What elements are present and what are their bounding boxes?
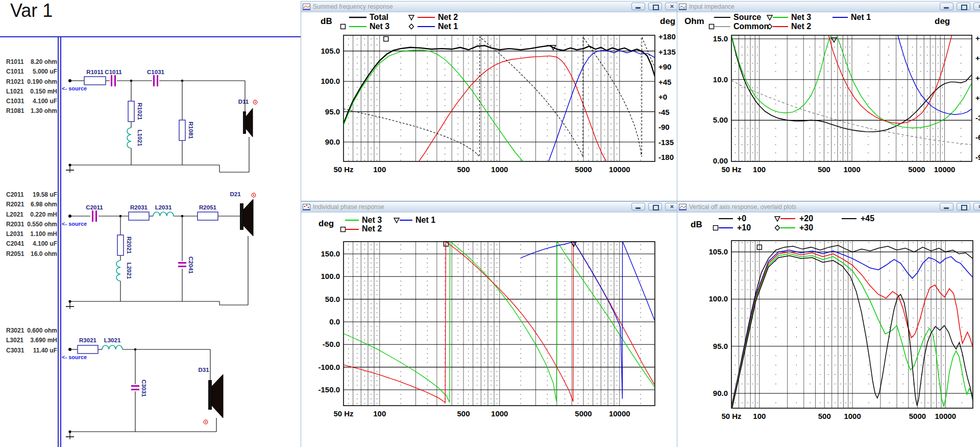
plot-individual-phase-response: 150.0100.050.00.0-50.0-100.0-150.050 Hz1… bbox=[301, 202, 680, 447]
titlebar[interactable]: Vertical off axis response, overlaid plo… bbox=[677, 202, 980, 213]
svg-text:500: 500 bbox=[818, 412, 831, 420]
svg-text:0.00: 0.00 bbox=[713, 156, 728, 165]
grid bbox=[344, 242, 655, 406]
legend-label: Net 2 bbox=[438, 13, 458, 21]
svg-text:100: 100 bbox=[753, 412, 766, 420]
minimize-button[interactable] bbox=[940, 3, 953, 10]
svg-text:95.0: 95.0 bbox=[325, 107, 340, 116]
legend: dBdegTotalNet 2Net 3Net 1 bbox=[321, 13, 675, 31]
schematic-label: R2051 bbox=[199, 204, 216, 210]
svg-text:100.0: 100.0 bbox=[708, 294, 728, 303]
svg-text:90.0: 90.0 bbox=[325, 137, 340, 146]
svg-text:+45: +45 bbox=[658, 78, 671, 86]
schematic-label: L2021 bbox=[126, 263, 132, 279]
svg-text:1000: 1000 bbox=[491, 165, 508, 174]
titlebar[interactable]: Summed frequency response ✕ bbox=[301, 2, 680, 12]
svg-text:1000: 1000 bbox=[843, 165, 860, 174]
restore-button[interactable] bbox=[957, 3, 970, 10]
svg-text:15.0: 15.0 bbox=[713, 34, 728, 43]
svg-text:10000: 10000 bbox=[934, 165, 955, 174]
schematic-label: L2031 bbox=[155, 204, 172, 210]
svg-text:-100.0: -100.0 bbox=[318, 363, 340, 371]
svg-text:10000: 10000 bbox=[609, 409, 630, 418]
titlebar[interactable]: Individual phase response ✕ bbox=[301, 202, 680, 213]
window-title: Individual phase response bbox=[313, 203, 384, 210]
schematic-label: L3021 bbox=[104, 337, 121, 343]
svg-text:-180: -180 bbox=[658, 153, 674, 161]
svg-text:500: 500 bbox=[457, 165, 470, 174]
svg-text:deg: deg bbox=[660, 16, 675, 26]
schematic-label: D31 bbox=[198, 367, 209, 373]
schematic-label: C2011 bbox=[86, 204, 103, 210]
legend-label: Total bbox=[370, 13, 388, 21]
schematic-label: <- source bbox=[62, 85, 87, 91]
close-button[interactable]: ✕ bbox=[973, 203, 980, 210]
chart-icon bbox=[679, 203, 687, 210]
legend-label: Net 3 bbox=[370, 22, 389, 31]
svg-text:50.0: 50.0 bbox=[325, 295, 340, 303]
legend-label: +10 bbox=[737, 223, 751, 232]
svg-text:90.0: 90.0 bbox=[713, 389, 728, 397]
svg-text:-60: -60 bbox=[975, 133, 980, 142]
svg-text:-45: -45 bbox=[658, 108, 670, 116]
svg-text:+30: +30 bbox=[975, 74, 980, 82]
svg-text:0.0: 0.0 bbox=[329, 317, 340, 326]
chart-icon bbox=[303, 203, 310, 210]
svg-text:-30: -30 bbox=[975, 113, 980, 122]
schematic-label: R2021 bbox=[126, 237, 132, 254]
legend: OhmdegSourceNet 3Net 1CommonNet 2 bbox=[684, 13, 950, 31]
svg-text:-150.0: -150.0 bbox=[318, 385, 340, 394]
svg-text:-50.0: -50.0 bbox=[323, 340, 340, 348]
minimize-button[interactable] bbox=[940, 203, 953, 210]
restore-button[interactable] bbox=[648, 3, 662, 10]
svg-text:+90: +90 bbox=[658, 62, 671, 71]
svg-text:5000: 5000 bbox=[575, 409, 592, 418]
legend-label: Net 2 bbox=[791, 22, 811, 31]
svg-text:-90: -90 bbox=[975, 153, 980, 161]
minimize-button[interactable] bbox=[631, 3, 645, 10]
window-summed-frequency-response: 105.0100.095.090.0+180+135+90+45+0-45-90… bbox=[301, 1, 680, 201]
legend-label: +20 bbox=[799, 214, 813, 223]
crossover-schematic: R1011C1011C1031<- sourceR1021L1021R1081D… bbox=[0, 0, 311, 447]
legend-label: Net 1 bbox=[851, 13, 871, 21]
svg-text:dB: dB bbox=[691, 220, 702, 229]
series-Net 1 bbox=[521, 241, 655, 399]
svg-text:1000: 1000 bbox=[844, 412, 861, 420]
legend-label: Net 3 bbox=[362, 216, 382, 224]
chart-icon bbox=[303, 3, 310, 10]
svg-text:Ohm: Ohm bbox=[684, 16, 704, 26]
schematic-label: C1011 bbox=[105, 69, 122, 75]
schematic-label: C2041 bbox=[188, 256, 194, 274]
svg-text:95.0: 95.0 bbox=[713, 342, 728, 350]
restore-button[interactable] bbox=[957, 203, 970, 210]
schematic-label: D21 bbox=[230, 191, 241, 197]
svg-text:5000: 5000 bbox=[575, 165, 592, 174]
series-Net 1 bbox=[548, 51, 655, 162]
legend-label: Net 1 bbox=[438, 22, 458, 31]
svg-text:105.0: 105.0 bbox=[708, 247, 728, 256]
svg-text:500: 500 bbox=[457, 409, 470, 418]
restore-button[interactable] bbox=[648, 203, 662, 210]
svg-text:10.0: 10.0 bbox=[713, 75, 728, 84]
close-button[interactable]: ✕ bbox=[973, 3, 980, 10]
window-input-impedance: 15.010.05.000.00+90+60+30+0-30-60-9050 H… bbox=[677, 1, 980, 201]
plot-input-impedance: 15.010.05.000.00+90+60+30+0-30-60-9050 H… bbox=[677, 2, 980, 201]
titlebar[interactable]: Input impedance ✕ bbox=[677, 2, 980, 12]
legend-label: +45 bbox=[861, 214, 874, 223]
plot-summed-frequency-response: 105.0100.095.090.0+180+135+90+45+0-45-90… bbox=[301, 2, 680, 201]
svg-text:100.0: 100.0 bbox=[321, 77, 340, 85]
schematic-label: C1031 bbox=[147, 69, 164, 75]
series-Net 2 bbox=[419, 56, 607, 162]
window-vertical-off-axis-response: 105.0100.095.090.050 Hz10050010005000100… bbox=[677, 201, 980, 447]
legend-label: Net 2 bbox=[362, 224, 382, 233]
series-Total phase bbox=[344, 37, 655, 157]
svg-text:+0: +0 bbox=[658, 92, 667, 101]
svg-text:100: 100 bbox=[373, 165, 386, 174]
minimize-button[interactable] bbox=[631, 203, 645, 210]
legend-label: +0 bbox=[737, 214, 746, 223]
svg-text:500: 500 bbox=[818, 165, 830, 174]
legend-label: Source bbox=[733, 13, 761, 21]
svg-text:5000: 5000 bbox=[909, 412, 926, 420]
svg-text:100.0: 100.0 bbox=[321, 272, 340, 280]
svg-text:+135: +135 bbox=[658, 48, 676, 56]
